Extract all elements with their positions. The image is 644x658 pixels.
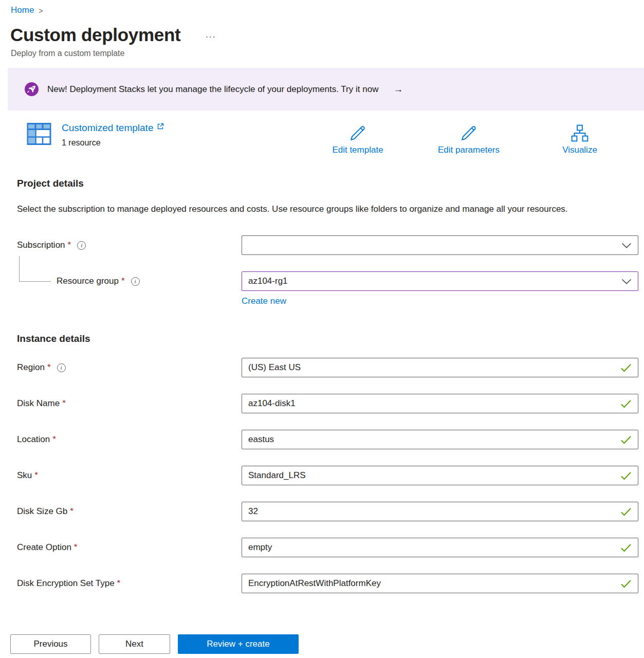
- org-chart-icon: [571, 124, 589, 142]
- project-details-title: Project details: [17, 178, 644, 189]
- region-field-row: Region * i (US) East US: [17, 358, 644, 377]
- valid-check-icon: [620, 579, 632, 588]
- page-subtitle: Deploy from a custom template: [11, 49, 644, 58]
- arrow-right-icon[interactable]: →: [393, 84, 403, 95]
- template-row: Customized template 1 resource: [27, 122, 635, 155]
- template-info: Customized template 1 resource: [62, 122, 164, 148]
- edit-template-label: Edit template: [332, 145, 383, 155]
- template-link-label: Customized template: [62, 122, 153, 134]
- required-marker: *: [52, 434, 56, 445]
- wizard-footer: Previous Next Review + create: [0, 619, 644, 658]
- breadcrumb-separator-icon: >: [39, 6, 43, 15]
- template-actions: Edit template Edit parameters: [302, 122, 635, 155]
- disk-encryption-value: EncryptionAtRestWithPlatformKey: [248, 578, 381, 589]
- project-details-description: Select the subscription to manage deploy…: [17, 202, 608, 217]
- disk-size-value: 32: [248, 506, 258, 517]
- required-marker: *: [47, 362, 51, 373]
- region-label-group: Region * i: [17, 362, 242, 373]
- instance-details-form: Region * i (US) East US Disk Name *: [17, 358, 644, 593]
- next-button[interactable]: Next: [99, 634, 170, 654]
- banner-message: New! Deployment Stacks let you manage th…: [47, 84, 378, 95]
- required-marker: *: [62, 398, 66, 409]
- required-marker: *: [121, 276, 125, 286]
- sku-label-group: Sku *: [17, 470, 242, 481]
- breadcrumb: Home >: [0, 0, 644, 15]
- resource-group-field-row: Resource group * i az104-rg1: [17, 271, 644, 291]
- required-marker: *: [34, 470, 38, 481]
- disk-name-input[interactable]: az104-disk1: [242, 394, 638, 413]
- disk-size-field-row: Disk Size Gb * 32: [17, 502, 644, 521]
- sku-value: Standard_LRS: [248, 470, 306, 481]
- disk-encryption-label-group: Disk Encryption Set Type *: [17, 578, 242, 589]
- title-row: Custom deployment ···: [10, 25, 644, 45]
- subscription-dropdown[interactable]: [242, 235, 638, 255]
- location-label-group: Location *: [17, 434, 242, 445]
- valid-check-icon: [620, 471, 632, 480]
- page-content: Home > Custom deployment ··· Deploy from…: [0, 0, 644, 619]
- resource-group-label: Resource group: [57, 276, 119, 286]
- required-marker: *: [74, 542, 78, 553]
- resource-group-value: az104-rg1: [248, 276, 288, 286]
- create-option-field-row: Create Option * empty: [17, 538, 644, 557]
- disk-name-value: az104-disk1: [248, 398, 296, 409]
- visualize-button[interactable]: Visualize: [524, 122, 635, 155]
- customized-template-link[interactable]: Customized template: [62, 122, 164, 134]
- location-value: eastus: [248, 434, 274, 445]
- disk-name-label: Disk Name: [17, 398, 60, 409]
- subscription-label: Subscription: [17, 240, 65, 250]
- valid-check-icon: [620, 507, 632, 516]
- disk-name-label-group: Disk Name *: [17, 398, 242, 409]
- create-option-label: Create Option: [17, 542, 71, 553]
- instance-details-title: Instance details: [17, 333, 644, 344]
- valid-check-icon: [620, 543, 632, 552]
- region-value: (US) East US: [248, 362, 301, 373]
- create-new-link[interactable]: Create new: [242, 296, 286, 306]
- valid-check-icon: [620, 435, 632, 444]
- required-marker: *: [70, 506, 73, 517]
- disk-size-input[interactable]: 32: [242, 502, 638, 521]
- template-icon: [27, 122, 51, 145]
- resource-group-dropdown[interactable]: az104-rg1: [242, 271, 638, 291]
- subscription-field-row: Subscription * i: [17, 235, 644, 255]
- region-label: Region: [17, 362, 45, 373]
- info-icon[interactable]: i: [57, 363, 66, 372]
- disk-size-label-group: Disk Size Gb *: [17, 506, 242, 517]
- location-label: Location: [17, 434, 50, 445]
- chevron-down-icon: [621, 279, 632, 284]
- disk-size-label: Disk Size Gb: [17, 506, 67, 517]
- sku-label: Sku: [17, 470, 32, 481]
- sku-input[interactable]: Standard_LRS: [242, 466, 638, 485]
- external-link-icon: [157, 123, 164, 130]
- disk-encryption-label: Disk Encryption Set Type: [17, 578, 115, 589]
- pencil-icon: [348, 124, 367, 142]
- chevron-down-icon: [621, 243, 632, 248]
- disk-encryption-set-type-field-row: Disk Encryption Set Type * EncryptionAtR…: [17, 574, 644, 593]
- create-option-input[interactable]: empty: [242, 538, 638, 557]
- edit-parameters-label: Edit parameters: [438, 145, 500, 155]
- edit-parameters-button[interactable]: Edit parameters: [413, 122, 524, 155]
- resource-count: 1 resource: [62, 138, 164, 148]
- page-title: Custom deployment: [10, 25, 180, 45]
- breadcrumb-home-link[interactable]: Home: [11, 5, 34, 15]
- info-icon[interactable]: i: [131, 277, 140, 286]
- required-marker: *: [117, 578, 121, 589]
- info-icon[interactable]: i: [77, 241, 86, 250]
- location-field-row: Location * eastus: [17, 430, 644, 449]
- create-option-label-group: Create Option *: [17, 542, 242, 553]
- rocket-icon: [25, 82, 39, 96]
- disk-encryption-input[interactable]: EncryptionAtRestWithPlatformKey: [242, 574, 638, 593]
- subscription-label-group: Subscription * i: [17, 240, 242, 250]
- edit-template-button[interactable]: Edit template: [302, 122, 413, 155]
- region-input[interactable]: (US) East US: [242, 358, 638, 377]
- required-marker: *: [68, 240, 71, 250]
- tree-connector-line: [19, 256, 51, 282]
- location-input[interactable]: eastus: [242, 430, 638, 449]
- more-options-button[interactable]: ···: [205, 31, 216, 42]
- visualize-label: Visualize: [562, 145, 597, 155]
- create-option-value: empty: [248, 542, 272, 553]
- previous-button[interactable]: Previous: [10, 634, 91, 654]
- project-details-form: Subscription * i Resource group * i: [17, 235, 644, 306]
- valid-check-icon: [620, 363, 632, 372]
- pencil-icon: [459, 124, 478, 142]
- review-create-button[interactable]: Review + create: [178, 634, 299, 654]
